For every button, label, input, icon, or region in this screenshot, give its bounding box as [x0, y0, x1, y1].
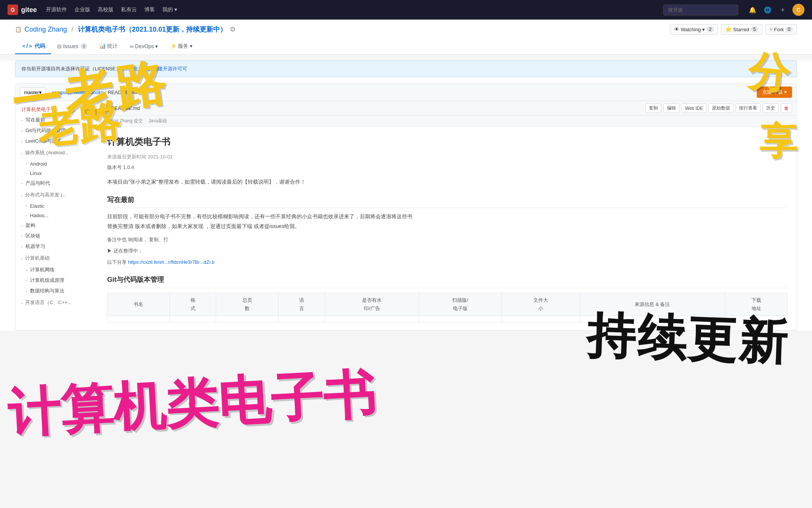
- table-cell: [325, 316, 419, 322]
- bullet-icon-2: •: [21, 129, 23, 132]
- readme-title: 计算机类电子书: [107, 134, 788, 150]
- tab-stats[interactable]: 📊 统计: [93, 39, 124, 54]
- sidebar-item-composition-label: 计算机组成原理: [30, 277, 64, 284]
- sidebar-item-hadoop-label: Hadoo...: [30, 213, 48, 218]
- tab-issues[interactable]: ⊟ Issues 0: [51, 39, 93, 54]
- sidebar-section-lang[interactable]: • 开发语言（C、C++...: [15, 296, 98, 309]
- sidebar-item-network[interactable]: • 计算机网络: [15, 265, 98, 275]
- repo-tabs: ＜/＞ 代码 ⊟ Issues 0 📊 统计 ∞ DevOps ▾ ⚡ 服务 ▾: [15, 39, 797, 54]
- bullet-icon-13: •: [26, 279, 27, 282]
- sidebar-item-root[interactable]: 计算机类电子书: [15, 104, 98, 115]
- file-browser-header: master▾ computer-related-books / README.…: [15, 84, 797, 101]
- readme-section1-title: 写在最前: [107, 194, 788, 208]
- sidebar-item-android[interactable]: • Android: [15, 159, 98, 169]
- edit-button[interactable]: 编辑: [664, 103, 679, 113]
- nav-blog[interactable]: 博客: [144, 6, 155, 13]
- plus-icon[interactable]: ＋: [777, 5, 788, 15]
- sidebar-section-cs[interactable]: • 计算机基础: [15, 252, 98, 265]
- sidebar-item-architecture[interactable]: • 架构: [15, 220, 98, 231]
- sidebar-item-algo-label: 数据结构与算法: [30, 287, 64, 294]
- watching-count: 2: [706, 27, 714, 32]
- sidebar-item-ml[interactable]: • 机器学习: [15, 241, 98, 252]
- sidebar-item-elastic-label: Elastic: [30, 203, 44, 209]
- content-viewer: 计算机类电子书 • 写在最前 • Git与代码版本管理 • LeetCode与面…: [15, 101, 797, 330]
- clone-download-button[interactable]: 克隆/下载 ▾: [757, 87, 792, 98]
- sidebar-section-lang-label: 开发语言（C、C++...: [25, 300, 71, 305]
- history-button[interactable]: 历史: [763, 103, 779, 113]
- breadcrumb-root[interactable]: computer-related-books: [52, 90, 103, 95]
- table-header-watermark: 是否有水印/广告: [325, 293, 419, 316]
- nav-enterprise[interactable]: 企业版: [74, 6, 90, 13]
- bullet-icon-10: •: [21, 234, 23, 238]
- starred-button[interactable]: ⭐ Starred 5: [721, 24, 762, 35]
- repo-slash: /: [71, 26, 73, 33]
- repo-settings-icon[interactable]: ⚙: [230, 25, 236, 33]
- sidebar-item-elastic[interactable]: • Elastic: [15, 201, 98, 211]
- sidebar-section-distributed[interactable]: • 分布式与高并发 (...: [15, 189, 98, 201]
- watching-button[interactable]: 👁 Watching ▾ 2: [670, 24, 718, 35]
- sidebar-item-leetcode[interactable]: • LeetCode与面试: [15, 136, 98, 146]
- repo-owner[interactable]: Coding Zhang: [24, 26, 67, 33]
- branch-selector[interactable]: master▾: [20, 87, 46, 97]
- readme-filename-area: 📄 README.md: [103, 105, 140, 111]
- fork-button[interactable]: ⑂ Fork 0: [765, 24, 797, 35]
- nav-open-source[interactable]: 开源软件: [46, 6, 67, 13]
- tab-services[interactable]: ⚡ 服务 ▾: [164, 39, 199, 54]
- starred-count: 5: [751, 27, 758, 32]
- gitee-logo-icon: G: [8, 5, 18, 15]
- breadcrumb-sep: /: [105, 90, 106, 95]
- license-link[interactable]: 点此选择并创建开源许可可: [129, 65, 187, 72]
- user-avatar[interactable]: C: [792, 4, 804, 16]
- sidebar-section-distributed-label: 分布式与高并发 (...: [25, 192, 67, 198]
- web-ide-button[interactable]: Web IDE: [682, 103, 706, 113]
- readme-toolbar: 📄 README.md 复制 编辑 Web IDE 原始数据 按行查看 历史 🗑: [98, 101, 797, 116]
- sidebar-item-network-label: 计算机网络: [30, 266, 55, 273]
- bullet-icon-3: •: [21, 140, 23, 143]
- delete-button[interactable]: 🗑: [781, 103, 792, 113]
- tab-devops[interactable]: ∞ DevOps ▾: [124, 39, 164, 54]
- globe-icon[interactable]: 🌐: [762, 5, 773, 15]
- readme-filename: README.md: [111, 105, 140, 111]
- line-view-button[interactable]: 按行查看: [736, 103, 760, 113]
- readme-action-buttons: 复制 编辑 Web IDE 原始数据 按行查看 历史 🗑: [645, 103, 792, 113]
- readme-external-link[interactable]: https://cxzti.feish...r/fldcnHe3r7Br...d…: [128, 259, 215, 265]
- bullet-icon-9: •: [21, 224, 23, 227]
- nav-mine[interactable]: 我的 ▾: [162, 6, 177, 13]
- watching-label: Watching: [681, 27, 701, 32]
- sidebar-item-preface[interactable]: • 写在最前: [15, 115, 98, 125]
- sidebar-item-hadoop[interactable]: • Hadoo...: [15, 211, 98, 220]
- sidebar-item-git[interactable]: • Git与代码版本管理: [15, 125, 98, 136]
- readme-intro: 本项目由"张小弟之家"整理发布，如需转载，请阅读最后的【转载说明】，谢谢合作！: [107, 178, 788, 187]
- breadcrumb: computer-related-books / README.md: [52, 90, 137, 95]
- nav-private-cloud[interactable]: 私有云: [121, 6, 137, 13]
- raw-button[interactable]: 原始数据: [709, 103, 733, 113]
- sidebar-item-blockchain[interactable]: • 区块链: [15, 231, 98, 241]
- repo-name[interactable]: 计算机类电子书（2021.10.01更新，持续更新中）: [78, 25, 227, 34]
- bell-icon[interactable]: 🔔: [747, 5, 758, 15]
- sidebar-item-git-label: Git与代码版本管理: [26, 127, 66, 134]
- main-content: 你当前开源项目尚未选择许可证（LICENSE）， 点此选择并创建开源许可可 ma…: [0, 61, 812, 330]
- logo-area[interactable]: G gitee: [8, 5, 37, 15]
- dot-icon: •: [21, 152, 23, 155]
- table-cell: [725, 316, 788, 322]
- copy-button[interactable]: 复制: [645, 103, 661, 113]
- readme-note3: 以下分享 https://cxzti.feish...r/fldcnHe3r7B…: [107, 258, 788, 266]
- table-header-source: 来源信息 & 备注: [580, 293, 725, 316]
- tab-code[interactable]: ＜/＞ 代码: [15, 39, 51, 54]
- readme-file-icon: 📄: [103, 105, 109, 111]
- nav-education[interactable]: 高校版: [98, 6, 114, 13]
- repo-book-icon: 📋: [15, 26, 21, 32]
- sidebar-item-android-label: Android: [30, 161, 47, 167]
- sidebar-item-blockchain-label: 区块链: [26, 233, 40, 239]
- sidebar-item-algo[interactable]: • 数据结构与算法: [15, 286, 98, 296]
- sidebar-item-linux[interactable]: • Linux: [15, 169, 98, 178]
- table-header-row: 书名 格式 总页数 语言 是否有水印/广告 扫描版/电子版 文件大小 来源信息 …: [108, 293, 788, 316]
- sidebar-item-product[interactable]: • 产品与时代: [15, 178, 98, 189]
- sidebar-section-os[interactable]: • 操作系统 (Android...: [15, 146, 98, 159]
- bullet-icon: •: [21, 119, 23, 122]
- nav-icon-group: 🔔 🌐 ＋ C: [747, 4, 804, 16]
- search-input[interactable]: [663, 5, 738, 15]
- table-header-pages: 总页数: [216, 293, 279, 316]
- bullet-icon-14: •: [26, 289, 27, 293]
- sidebar-item-composition[interactable]: • 计算机组成原理: [15, 275, 98, 286]
